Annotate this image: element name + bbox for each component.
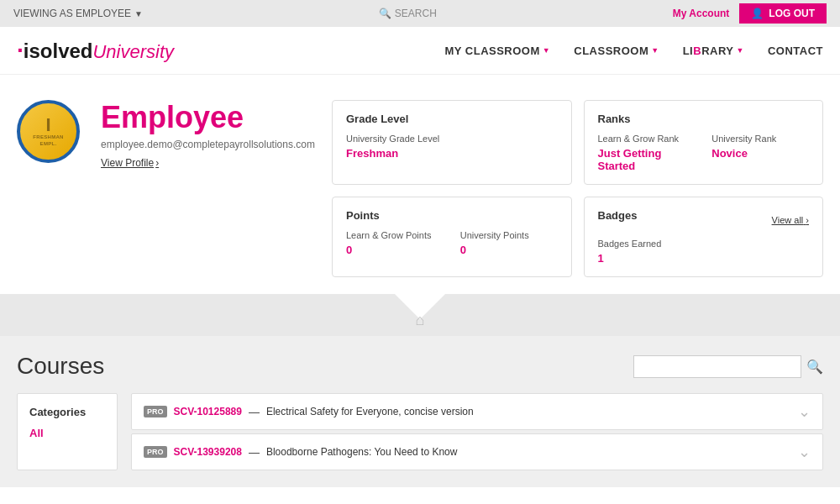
university-rank-label: University Rank [711, 134, 809, 144]
courses-search: 🔍 [633, 355, 823, 378]
logo-isolved: ·isolved [17, 37, 92, 64]
viewing-as[interactable]: VIEWING AS EMPLOYEE ▼ [13, 8, 143, 19]
search-icon[interactable]: 🔍 [806, 359, 823, 375]
courses-content: Categories All PRO SCV-10125889 — Electr… [17, 393, 823, 470]
main-nav: MY CLASSROOM ▼ CLASSROOM ▼ LIBRARY ▼ CON… [444, 45, 823, 57]
grade-level-label: University Grade Level [346, 134, 558, 144]
course-separator: — [249, 406, 260, 418]
course-name: Electrical Safety for Everyone, concise … [266, 406, 474, 417]
learn-grow-points-label: Learn & Grow Points [346, 230, 444, 240]
logo: ·isolved University [17, 37, 174, 64]
badges-header: Badges View all › [598, 209, 810, 230]
categories-panel: Categories All [17, 393, 118, 470]
logo-university: University [92, 41, 174, 63]
university-points-value: 0 [460, 244, 558, 256]
profile-email: employee.demo@completepayrollsolutions.c… [101, 139, 315, 150]
my-account-link[interactable]: My Account [673, 8, 730, 19]
grade-level-card: Grade Level University Grade Level Fresh… [332, 100, 572, 185]
course-item: PRO SCV-10125889 — Electrical Safety for… [131, 393, 823, 430]
chevron-right-icon: › [155, 157, 159, 169]
pro-badge: PRO [144, 446, 167, 458]
university-points-col: University Points 0 [460, 230, 558, 256]
university-rank-value: Novice [711, 147, 809, 160]
courses-title: Courses [17, 353, 104, 380]
search-bar[interactable]: 🔍 SEARCH [379, 8, 437, 19]
learn-grow-rank-label: Learn & Grow Rank [598, 134, 696, 144]
badges-earned-value: 1 [598, 252, 810, 265]
categories-title: Categories [29, 406, 105, 418]
top-cards-row: Grade Level University Grade Level Fresh… [332, 100, 823, 185]
viewing-as-chevron: ▼ [134, 9, 143, 18]
points-title: Points [346, 209, 558, 222]
courses-search-input[interactable] [633, 355, 801, 378]
categories-all-item[interactable]: All [29, 427, 105, 439]
profile-section: I FRESHMANEMPL. Employee employee.demo@c… [0, 75, 840, 294]
nav-contact[interactable]: CONTACT [768, 45, 823, 57]
course-left: PRO SCV-10125889 — Electrical Safety for… [144, 406, 474, 418]
learn-grow-rank-col: Learn & Grow Rank Just Getting Started [598, 134, 696, 172]
points-card: Points Learn & Grow Points 0 University … [332, 197, 572, 277]
logo-dot: · [17, 37, 24, 63]
profile-name: Employee [101, 100, 315, 135]
badges-card: Badges View all › Badges Earned 1 [584, 197, 824, 277]
ranks-card: Ranks Learn & Grow Rank Just Getting Sta… [584, 100, 824, 185]
ranks-body: Learn & Grow Rank Just Getting Started U… [598, 134, 810, 172]
grade-level-value: Freshman [346, 147, 558, 160]
courses-list: PRO SCV-10125889 — Electrical Safety for… [131, 393, 823, 470]
chevron-right-icon: › [806, 215, 809, 225]
expand-course-icon[interactable]: ⌄ [798, 443, 811, 461]
badge-inner: I FRESHMANEMPL. [33, 116, 63, 146]
search-label: SEARCH [395, 8, 437, 19]
badge-roman: I [33, 116, 63, 134]
pro-badge: PRO [144, 406, 167, 417]
avatar-badge: I FRESHMANEMPL. [17, 100, 80, 163]
badges-title: Badges [598, 209, 638, 222]
top-bar: VIEWING AS EMPLOYEE ▼ 🔍 SEARCH My Accoun… [0, 0, 840, 27]
learn-grow-points-col: Learn & Grow Points 0 [346, 230, 444, 256]
home-icon: ⌂ [416, 312, 425, 329]
nav-library[interactable]: LIBRARY ▼ [683, 45, 744, 57]
badges-earned-label: Badges Earned [598, 239, 810, 249]
course-item: PRO SCV-13939208 — Bloodborne Pathogens:… [131, 433, 823, 470]
course-left: PRO SCV-13939208 — Bloodborne Pathogens:… [144, 446, 457, 459]
course-id: SCV-13939208 [174, 446, 242, 458]
badge-text: FRESHMANEMPL. [33, 134, 63, 146]
viewing-as-label: VIEWING AS EMPLOYEE [13, 8, 131, 19]
chevron-down-icon: ▼ [651, 46, 659, 55]
bottom-cards-row: Points Learn & Grow Points 0 University … [332, 197, 823, 277]
ranks-title: Ranks [598, 113, 810, 125]
logout-button[interactable]: 👤 LOG OUT [739, 3, 827, 24]
person-icon: 👤 [751, 8, 764, 19]
university-points-label: University Points [460, 230, 558, 240]
expand-course-icon[interactable]: ⌄ [798, 402, 811, 421]
courses-section: Courses 🔍 Categories All PRO SCV-1012588… [0, 336, 840, 487]
chevron-down-icon: ▼ [736, 46, 743, 55]
view-all-link[interactable]: View all › [772, 215, 809, 225]
grade-level-title: Grade Level [346, 113, 558, 125]
courses-header: Courses 🔍 [17, 353, 823, 380]
course-name: Bloodborne Pathogens: You Need to Know [266, 446, 458, 458]
nav-classroom[interactable]: CLASSROOM ▼ [574, 45, 659, 57]
nav-my-classroom[interactable]: MY CLASSROOM ▼ [444, 45, 550, 57]
university-rank-col: University Rank Novice [711, 134, 809, 172]
points-body: Learn & Grow Points 0 University Points … [346, 230, 558, 256]
profile-info: Employee employee.demo@completepayrollso… [101, 100, 315, 277]
avatar-area: I FRESHMANEMPL. [17, 100, 84, 277]
view-profile-link[interactable]: View Profile › [101, 157, 315, 169]
search-icon: 🔍 [379, 8, 391, 19]
top-bar-right: My Account 👤 LOG OUT [673, 3, 827, 24]
course-id: SCV-10125889 [174, 406, 242, 417]
cards-area: Grade Level University Grade Level Fresh… [332, 100, 823, 277]
learn-grow-rank-value: Just Getting Started [598, 147, 696, 172]
header: ·isolved University MY CLASSROOM ▼ CLASS… [0, 27, 840, 75]
learn-grow-points-value: 0 [346, 244, 444, 256]
chevron-down-icon: ▼ [543, 46, 550, 55]
chevron-divider: ⌂ [0, 294, 840, 336]
course-separator: — [249, 446, 260, 459]
